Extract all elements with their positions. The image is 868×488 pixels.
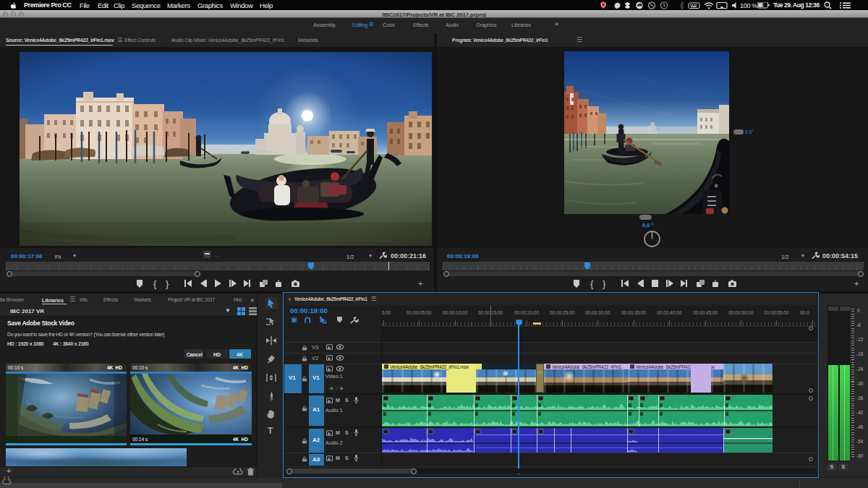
- svg-text:}: }: [603, 278, 606, 289]
- svg-text:{: {: [590, 278, 594, 289]
- svg-text:}: }: [166, 278, 169, 289]
- svg-text:{: {: [153, 278, 157, 289]
